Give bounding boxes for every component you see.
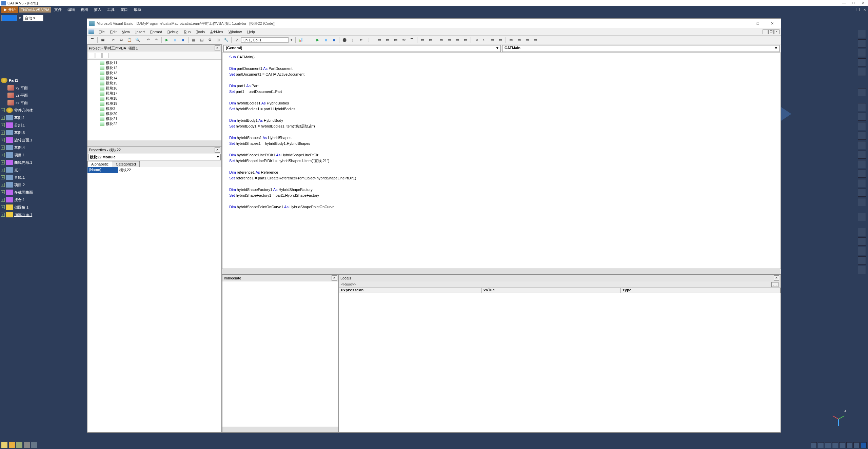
vba-system-icon[interactable] — [88, 30, 94, 34]
project-module-item[interactable]: 模块22 — [98, 121, 221, 126]
rtb-item[interactable] — [858, 88, 866, 96]
locals-col-type[interactable]: Type — [620, 288, 781, 293]
toggle-breakpoint-icon[interactable]: ⬤ — [341, 36, 348, 44]
tb-extra-icon[interactable]: ▭ — [419, 36, 426, 44]
tree-expand-icon[interactable]: + — [1, 145, 5, 150]
tree-expand-icon[interactable]: + — [1, 131, 5, 135]
clear-bookmarks-icon[interactable]: ▭ — [532, 36, 539, 44]
catia-enovia-menu[interactable]: ENOVIA V5 VPM — [19, 7, 51, 13]
toolbox-icon[interactable]: 🔧 — [222, 36, 230, 44]
rtb-item[interactable] — [858, 103, 866, 111]
catia-spec-tree[interactable]: Part1 xy 平面 yz 平面 zx 平面 –零件几何体 +草图.1+分割.… — [0, 22, 52, 442]
comment-icon[interactable]: ▭ — [489, 36, 496, 44]
catia-view-menu[interactable]: 视图 — [78, 6, 91, 13]
rtb-item[interactable] — [858, 68, 866, 76]
tree-geometrical-set[interactable]: –零件几何体 — [0, 106, 52, 114]
bookmark-icon[interactable]: ▭ — [507, 36, 515, 44]
undo-icon[interactable]: ↶ — [144, 36, 152, 44]
vba-menu-edit[interactable]: Edit — [107, 29, 119, 35]
locals-window-icon[interactable]: ▭ — [376, 36, 383, 44]
locals-callstack-button[interactable]: … — [771, 282, 778, 287]
vba-menu-file[interactable]: File — [96, 29, 107, 35]
tree-expand-icon[interactable]: + — [1, 116, 5, 120]
project-module-item[interactable]: 模块18 — [98, 96, 221, 101]
rtb-item[interactable] — [858, 141, 866, 149]
project-module-item[interactable]: 模块11 — [98, 60, 221, 65]
project-module-item[interactable]: 模块19 — [98, 101, 221, 106]
brtb-item[interactable] — [853, 442, 860, 448]
catia-close-button[interactable]: ✕ — [860, 0, 867, 6]
tree-yz-plane[interactable]: yz 平面 — [0, 92, 52, 99]
vba-maximize-button[interactable]: □ — [751, 20, 765, 27]
locals-col-expression[interactable]: Expression — [339, 288, 481, 293]
reset-icon[interactable]: ■ — [179, 36, 187, 44]
property-row[interactable]: (Name) 模块22 — [87, 167, 221, 173]
tree-expand-icon[interactable]: + — [1, 138, 5, 142]
cut-icon[interactable]: ✂ — [110, 36, 117, 44]
locals-title[interactable]: Locals × — [339, 275, 781, 281]
rtb-item[interactable] — [858, 58, 866, 66]
rtb-item[interactable] — [858, 170, 866, 178]
rtb-item[interactable] — [858, 132, 866, 140]
vba-mdi-restore-icon[interactable]: ❐ — [768, 30, 774, 34]
tree-expand-icon[interactable]: + — [1, 213, 5, 217]
redo-icon[interactable]: ↷ — [153, 36, 160, 44]
object-combo[interactable]: (General)▾ — [223, 45, 501, 52]
open-file-icon[interactable] — [9, 442, 15, 448]
watch-window-icon[interactable]: ▭ — [392, 36, 399, 44]
tree-feature-item[interactable]: +多截面曲面 — [0, 189, 52, 196]
tree-feature-item[interactable]: +草图.1 — [0, 114, 52, 121]
vba-close-button[interactable]: ✕ — [765, 20, 779, 27]
tree-expand-icon[interactable]: + — [1, 160, 5, 164]
rtb-item[interactable] — [858, 179, 866, 187]
step-over-icon[interactable]: ⤼ — [357, 36, 364, 44]
immediate-scrollbar[interactable] — [222, 427, 338, 432]
project-module-item[interactable]: 模块14 — [98, 76, 221, 81]
step-into-icon[interactable]: ⤵ — [349, 36, 356, 44]
tree-feature-item[interactable]: +草图.4 — [0, 144, 52, 151]
view-object-icon[interactable] — [96, 53, 102, 58]
project-close-icon[interactable]: × — [215, 45, 220, 51]
tree-expand-icon[interactable]: + — [1, 123, 5, 127]
immediate-window-icon[interactable]: ▭ — [384, 36, 391, 44]
rtb-item[interactable] — [858, 39, 866, 47]
project-module-item[interactable]: 模块20 — [98, 111, 221, 116]
tree-feature-item[interactable]: +曲线光顺.1 — [0, 159, 52, 166]
copy-icon[interactable]: ⧉ — [118, 36, 125, 44]
vba-menu-debug[interactable]: Debug — [165, 29, 181, 35]
tree-expand-icon[interactable]: + — [1, 175, 5, 179]
rtb-item[interactable] — [858, 113, 866, 121]
find-icon[interactable]: 🔍 — [134, 36, 141, 44]
project-tree[interactable]: 模块11模块12模块13模块14模块15模块16模块17模块18模块19模块2模… — [87, 60, 221, 140]
tree-feature-item[interactable]: +旋转曲面.1 — [0, 136, 52, 144]
project-module-item[interactable]: 模块13 — [98, 71, 221, 76]
auto-combo[interactable]: 自动 ▾ — [23, 15, 43, 21]
properties-grid[interactable]: (Name) 模块22 — [87, 167, 221, 432]
tree-expand-icon[interactable]: + — [1, 168, 5, 172]
tree-expand-icon[interactable]: + — [1, 183, 5, 187]
tree-expand-icon[interactable]: + — [1, 190, 5, 194]
immediate-title[interactable]: Immediate × — [222, 275, 338, 281]
tree-feature-item[interactable]: +倒圆角.1 — [0, 203, 52, 211]
mdi-minimize-icon[interactable]: – — [849, 7, 854, 13]
vba-minimize-button[interactable]: — — [737, 20, 750, 27]
uncomment-icon[interactable]: ▭ — [497, 36, 504, 44]
tree-feature-item[interactable]: +项目.1 — [0, 151, 52, 159]
tree-feature-item[interactable]: +点.1 — [0, 166, 52, 174]
rtb-item[interactable] — [858, 213, 866, 221]
properties-object-combo[interactable]: 模块22 Module▾ — [88, 154, 221, 160]
procedure-combo[interactable]: CATMain▾ — [502, 45, 780, 52]
tree-xy-plane[interactable]: xy 平面 — [0, 84, 52, 92]
rtb-item[interactable] — [858, 256, 866, 265]
project-module-item[interactable]: 模块16 — [98, 86, 221, 91]
rtb-item[interactable] — [858, 151, 866, 159]
tab-alphabetic[interactable]: Alphabetic — [87, 161, 112, 167]
rtb-item[interactable] — [858, 237, 866, 246]
scrollbar-horizontal[interactable] — [87, 140, 221, 146]
chevron-down-icon[interactable]: ▾ — [19, 16, 21, 20]
break2-icon[interactable]: ⏸ — [322, 36, 330, 44]
brtb-item[interactable] — [832, 442, 838, 448]
prev-bookmark-icon[interactable]: ▭ — [524, 36, 531, 44]
tb-extra-icon[interactable]: ▭ — [454, 36, 461, 44]
rtb-item[interactable] — [858, 160, 866, 168]
